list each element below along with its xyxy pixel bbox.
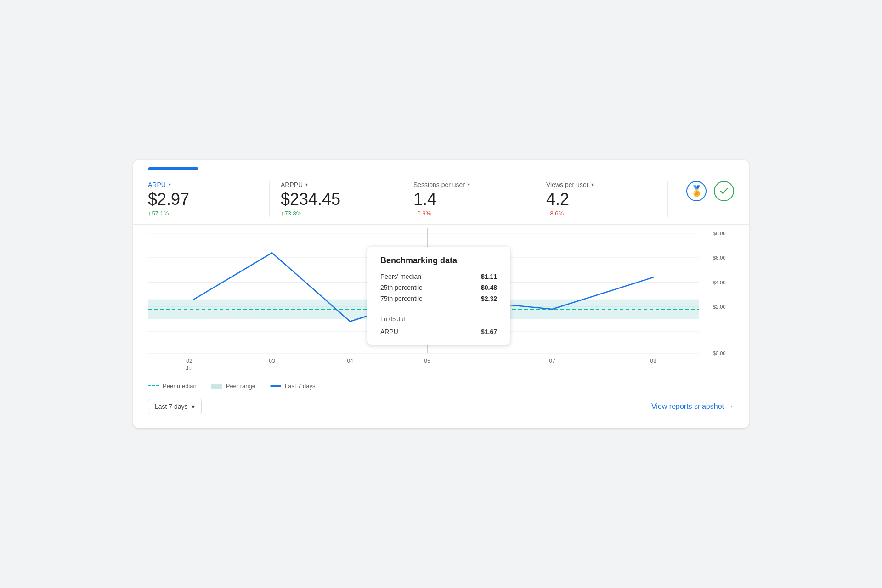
view-reports-link[interactable]: View reports snapshot → — [651, 402, 734, 411]
arrow-up-icon — [281, 210, 284, 217]
svg-text:$8.00: $8.00 — [713, 231, 726, 236]
legend-peer-range: Peer range — [211, 383, 255, 390]
chevron-down-icon: ▾ — [591, 182, 594, 187]
svg-text:04: 04 — [347, 358, 353, 364]
chart-legend: Peer median Peer range Last 7 days — [133, 375, 749, 390]
metric-views-label: Views per user ▾ — [546, 181, 656, 188]
metric-views-value: 4.2 — [546, 190, 656, 209]
tooltip-metric: ARPU $1.67 — [380, 328, 497, 335]
metrics-row: ARPU ▾ $2.97 57.1% ARPPU ▾ $234.45 73.8% — [133, 170, 749, 225]
chevron-down-icon: ▾ — [169, 182, 171, 187]
legend-line-icon — [270, 385, 281, 387]
svg-text:07: 07 — [549, 358, 555, 364]
chevron-down-icon: ▾ — [468, 182, 470, 187]
svg-text:03: 03 — [269, 358, 275, 364]
svg-text:Jul: Jul — [186, 365, 192, 372]
metric-arpu-label: ARPU ▾ — [148, 181, 258, 188]
arrow-down-icon — [546, 210, 549, 217]
tooltip-75th-percentile: 75th percentile $2.32 — [380, 295, 497, 302]
medal-icon-button[interactable]: 🏅 — [686, 181, 707, 201]
metric-sessions-value: 1.4 — [413, 190, 524, 209]
metric-views[interactable]: Views per user ▾ 4.2 8.6% — [546, 181, 668, 217]
arrow-up-icon — [148, 210, 151, 217]
metric-arppu[interactable]: ARPPU ▾ $234.45 73.8% — [281, 181, 402, 217]
legend-range-icon — [211, 384, 222, 389]
icon-area: 🏅 — [679, 181, 734, 201]
metric-arpu-value: $2.97 — [148, 190, 258, 209]
legend-dash-icon — [148, 385, 159, 387]
svg-text:02: 02 — [186, 358, 192, 364]
active-tab-indicator — [148, 167, 198, 170]
metric-arppu-label: ARPPU ▾ — [281, 181, 391, 188]
svg-text:$2.00: $2.00 — [713, 304, 726, 310]
metric-sessions-label: Sessions per user ▾ — [413, 181, 524, 188]
metric-arpu-change: 57.1% — [148, 210, 258, 217]
legend-last-7-days: Last 7 days — [270, 383, 316, 390]
footer-row: Last 7 days ▾ View reports snapshot → — [133, 390, 749, 414]
svg-text:05: 05 — [424, 358, 430, 364]
metric-sessions[interactable]: Sessions per user ▾ 1.4 0.9% — [413, 181, 535, 217]
tooltip-divider — [380, 309, 497, 309]
benchmark-tooltip: Benchmarking data Peers' median $1.11 25… — [368, 247, 510, 345]
arrow-down-icon — [413, 210, 417, 217]
svg-text:$0.00: $0.00 — [713, 351, 726, 356]
tooltip-peers-median: Peers' median $1.11 — [380, 273, 497, 280]
legend-peer-median: Peer median — [148, 383, 197, 390]
svg-text:$6.00: $6.00 — [713, 255, 726, 260]
tooltip-date: Fri 05 Jul — [380, 316, 497, 322]
chart-container: 02 Jul 03 04 05 07 08 $8.00 $6.00 $4.00 … — [133, 228, 749, 375]
metric-views-change: 8.6% — [546, 210, 656, 217]
metric-arppu-value: $234.45 — [281, 190, 391, 209]
main-card: ARPU ▾ $2.97 57.1% ARPPU ▾ $234.45 73.8% — [133, 160, 749, 429]
metric-sessions-change: 0.9% — [413, 210, 524, 217]
svg-text:$4.00: $4.00 — [713, 280, 726, 285]
metric-arppu-change: 73.8% — [281, 210, 391, 217]
tooltip-title: Benchmarking data — [380, 256, 497, 266]
tooltip-25th-percentile: 25th percentile $0.48 — [380, 284, 497, 291]
top-bar — [133, 160, 749, 170]
svg-text:08: 08 — [650, 358, 656, 364]
date-selector[interactable]: Last 7 days ▾ — [148, 399, 202, 414]
chevron-down-icon: ▾ — [192, 403, 195, 410]
check-icon-button[interactable] — [714, 181, 734, 201]
metric-arpu[interactable]: ARPU ▾ $2.97 57.1% — [148, 181, 270, 217]
chevron-down-icon: ▾ — [305, 182, 308, 187]
